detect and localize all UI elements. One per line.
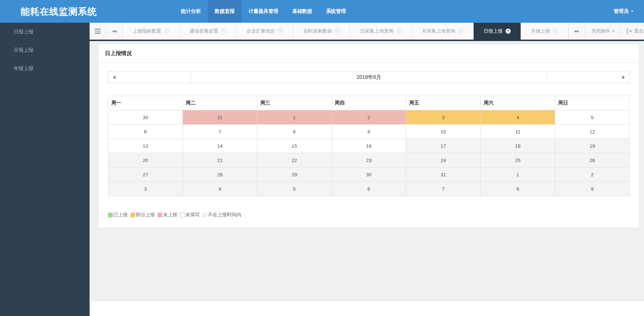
tab-label: 企业扩展信息: [246, 28, 275, 34]
calendar-day-cell[interactable]: 8: [481, 182, 555, 196]
calendar-day-cell[interactable]: 7: [406, 182, 481, 196]
tab-active[interactable]: 日报上报×: [474, 23, 521, 40]
calendar-day-cell[interactable]: 3: [406, 110, 481, 125]
calendar-day-cell[interactable]: 27: [108, 168, 183, 182]
calendar-day-cell[interactable]: 6: [108, 125, 183, 139]
panel-body: < 2018年8月 > 周一周二周三周四周五周六周日 3031123456789…: [99, 63, 639, 228]
calendar-day-cell[interactable]: 12: [555, 125, 630, 139]
sidebar-item[interactable]: 日报上报: [0, 23, 90, 41]
sidebar-item[interactable]: 月报上报: [0, 41, 90, 59]
tab-label: 日报上报: [484, 28, 503, 34]
scroll-tabs-right-button[interactable]: ▶▶: [569, 23, 585, 40]
tab-label: 日采集上传查询: [360, 28, 394, 34]
calendar-row: 3456789: [108, 182, 630, 196]
calendar-row: 303112345: [108, 110, 630, 125]
close-operations-dropdown[interactable]: 关闭操作 ▾: [585, 23, 621, 40]
calendar-day-cell[interactable]: 15: [257, 139, 332, 153]
sidebar-item[interactable]: 年报上报: [0, 59, 90, 78]
tab-close-icon[interactable]: ×: [397, 29, 402, 34]
legend-item: 未上报: [158, 212, 177, 218]
weekday-header-cell: 周五: [406, 96, 481, 110]
calendar-day-cell[interactable]: 22: [257, 153, 332, 168]
calendar-day-cell[interactable]: 30: [332, 168, 406, 182]
tab-item[interactable]: 通信变量设置×: [180, 23, 236, 40]
calendar-day-cell[interactable]: 2: [555, 168, 630, 182]
calendar-day-cell[interactable]: 26: [555, 153, 630, 168]
calendar-day-cell[interactable]: 7: [182, 125, 257, 139]
logout-label: 退出: [634, 28, 644, 34]
tab-label: 月报上报: [531, 28, 550, 34]
calendar-day-cell[interactable]: 25: [481, 153, 555, 168]
calendar-day-cell[interactable]: 13: [108, 139, 183, 153]
calendar-day-cell[interactable]: 23: [332, 153, 406, 168]
tab-label: 实时采集数据: [303, 28, 332, 34]
calendar-day-cell[interactable]: 17: [406, 139, 481, 153]
calendar-day-cell[interactable]: 19: [555, 139, 630, 153]
legend-label: 部分上报: [136, 212, 155, 218]
top-nav-item[interactable]: 基础数据: [285, 0, 319, 23]
calendar-day-cell[interactable]: 30: [108, 110, 183, 125]
scroll-tabs-left-button[interactable]: ◀◀: [106, 23, 123, 40]
calendar-day-cell[interactable]: 31: [182, 110, 257, 125]
top-nav-item[interactable]: 数据直报: [208, 0, 242, 23]
tabs-holder: 上报指标配置×通信变量设置×企业扩展信息×实时采集数据×日采集上传查询×月采集上…: [123, 23, 568, 40]
calendar-day-cell[interactable]: 8: [257, 125, 332, 139]
prev-month-button[interactable]: <: [108, 71, 191, 83]
tab-close-icon[interactable]: ×: [553, 29, 558, 34]
app-title: 能耗在线监测系统: [0, 0, 97, 23]
tab-item[interactable]: 企业扩展信息×: [236, 23, 293, 40]
calendar-day-cell[interactable]: 3: [108, 182, 183, 196]
tab-close-icon[interactable]: ×: [278, 29, 283, 34]
top-nav: 统计分析数据直报计量器具管理基础数据系统管理: [174, 0, 353, 23]
tab-item[interactable]: 实时采集数据×: [293, 23, 350, 40]
tab-close-icon[interactable]: ×: [164, 29, 169, 34]
calendar-day-cell[interactable]: 1: [257, 110, 332, 125]
calendar-day-cell[interactable]: 16: [332, 139, 406, 153]
calendar-row: 272829303112: [108, 168, 630, 182]
legend-item: 已上报: [108, 212, 128, 218]
legend-label: 未上报: [163, 212, 177, 218]
calendar-day-cell[interactable]: 11: [481, 125, 555, 139]
close-operations-label: 关闭操作: [591, 28, 610, 34]
calendar-toolbar: < 2018年8月 >: [108, 71, 630, 83]
calendar-day-cell[interactable]: 4: [182, 182, 257, 196]
calendar-day-cell[interactable]: 4: [481, 110, 555, 125]
tab-bar: ◀◀ 上报指标配置×通信变量设置×企业扩展信息×实时采集数据×日采集上传查询×月…: [90, 23, 644, 41]
tab-close-icon[interactable]: ×: [335, 29, 340, 34]
calendar-day-cell[interactable]: 9: [332, 125, 406, 139]
calendar-day-cell[interactable]: 10: [406, 125, 481, 139]
calendar-day-cell[interactable]: 20: [108, 153, 183, 168]
next-month-button[interactable]: >: [547, 71, 630, 83]
tab-item[interactable]: 上报指标配置×: [123, 23, 180, 40]
logout-button[interactable]: 退出: [621, 23, 644, 40]
calendar-day-cell[interactable]: 28: [182, 168, 257, 182]
calendar-day-cell[interactable]: 6: [332, 182, 406, 196]
calendar-day-cell[interactable]: 2: [332, 110, 406, 125]
calendar-day-cell[interactable]: 5: [257, 182, 332, 196]
footer-strip: [90, 301, 644, 316]
top-nav-item[interactable]: 计量器具管理: [242, 0, 285, 23]
calendar-day-cell[interactable]: 21: [182, 153, 257, 168]
tab-label: 月采集上传查询: [422, 28, 455, 34]
calendar-day-cell[interactable]: 1: [481, 168, 555, 182]
user-menu[interactable]: 管理员 ▾: [614, 0, 644, 23]
top-nav-item[interactable]: 系统管理: [319, 0, 353, 23]
tab-item[interactable]: 月报上报×: [521, 23, 568, 40]
tab-item[interactable]: 月采集上传查询×: [412, 23, 474, 40]
calendar-day-cell[interactable]: 14: [182, 139, 257, 153]
calendar-day-cell[interactable]: 18: [481, 139, 555, 153]
tab-close-icon[interactable]: ×: [221, 29, 226, 34]
tab-close-icon[interactable]: ×: [506, 29, 511, 34]
calendar-day-cell[interactable]: 31: [406, 168, 481, 182]
top-nav-item[interactable]: 统计分析: [174, 0, 208, 23]
collapse-sidebar-button[interactable]: [90, 23, 106, 40]
calendar-day-cell[interactable]: 24: [406, 153, 481, 168]
double-left-arrow-icon: ◀◀: [112, 29, 116, 33]
tab-close-icon[interactable]: ×: [458, 29, 463, 34]
legend-swatch: [202, 213, 207, 217]
legend-swatch: [108, 213, 113, 217]
calendar-day-cell[interactable]: 9: [555, 182, 630, 196]
calendar-day-cell[interactable]: 29: [257, 168, 332, 182]
tab-item[interactable]: 日采集上传查询×: [350, 23, 412, 40]
calendar-day-cell[interactable]: 5: [555, 110, 630, 125]
